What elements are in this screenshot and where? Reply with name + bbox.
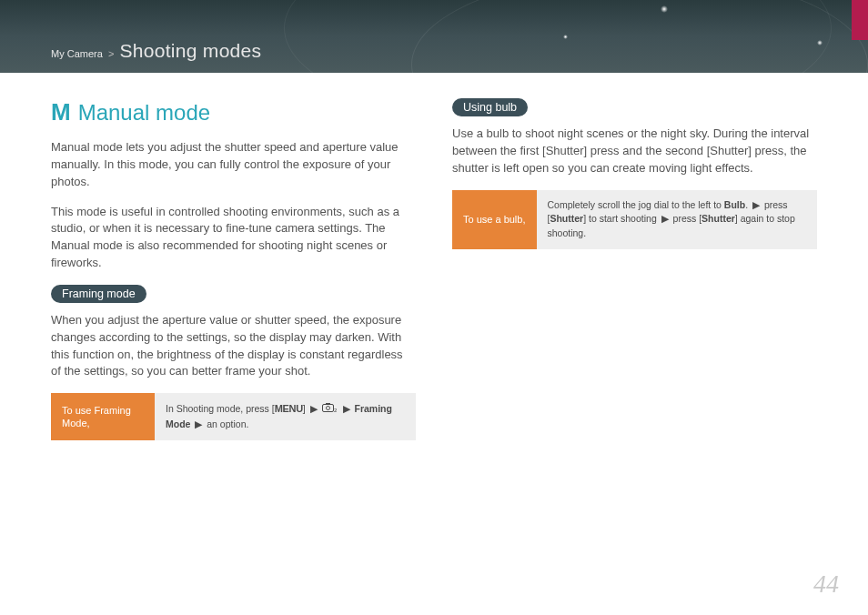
sparkle-decoration bbox=[817, 40, 823, 45]
subheading-using-bulb: Using bulb bbox=[452, 98, 528, 116]
page-number: 44 bbox=[813, 570, 839, 599]
right-column: Using bulb Use a bulb to shoot night sce… bbox=[452, 98, 817, 451]
subheading-framing-mode: Framing mode bbox=[51, 285, 146, 303]
arrow-icon: ▶ bbox=[752, 199, 760, 210]
instruction-framing-mode: To use Framing Mode, In Shooting mode, p… bbox=[51, 393, 416, 439]
page-title: Manual mode bbox=[78, 100, 210, 126]
intro-paragraph-1: Manual mode lets you adjust the shutter … bbox=[51, 139, 416, 191]
breadcrumb: My Camera > Shooting modes bbox=[51, 40, 868, 62]
arrow-icon: ▶ bbox=[343, 403, 350, 414]
sparkle-decoration bbox=[563, 35, 568, 39]
breadcrumb-separator: > bbox=[108, 48, 114, 59]
svg-rect-2 bbox=[326, 403, 330, 405]
header-banner: My Camera > Shooting modes bbox=[0, 0, 868, 73]
mode-m-icon: M bbox=[51, 98, 71, 126]
breadcrumb-parent: My Camera bbox=[51, 48, 103, 59]
instruction-bulb: To use a bulb, Completely scroll the jog… bbox=[452, 190, 817, 249]
camera-sub-icon: 2 bbox=[322, 402, 338, 418]
left-column: M Manual mode Manual mode lets you adjus… bbox=[51, 98, 416, 451]
menu-icon: MENU bbox=[275, 403, 303, 414]
instruction-label: To use a bulb, bbox=[452, 190, 537, 249]
arrow-icon: ▶ bbox=[310, 403, 318, 414]
breadcrumb-title: Shooting modes bbox=[119, 40, 261, 61]
arrow-icon: ▶ bbox=[661, 213, 669, 224]
framing-mode-body: When you adjust the aperture value or sh… bbox=[51, 312, 416, 380]
instruction-body: Completely scroll the jog dial to the le… bbox=[537, 190, 818, 249]
arrow-icon: ▶ bbox=[195, 418, 202, 429]
page-heading: M Manual mode bbox=[51, 98, 416, 126]
content-area: M Manual mode Manual mode lets you adjus… bbox=[0, 73, 868, 451]
instruction-label: To use Framing Mode, bbox=[51, 393, 155, 439]
svg-point-1 bbox=[326, 407, 329, 410]
instruction-body: In Shooting mode, press [MENU] ▶ 2 ▶ Fra… bbox=[155, 393, 416, 439]
sparkle-decoration bbox=[661, 5, 668, 13]
svg-text:2: 2 bbox=[334, 408, 338, 413]
page-tab[interactable] bbox=[852, 0, 868, 40]
svg-rect-0 bbox=[322, 405, 333, 412]
intro-paragraph-2: This mode is useful in controlled shooti… bbox=[51, 204, 416, 272]
using-bulb-body: Use a bulb to shoot night scenes or the … bbox=[452, 126, 817, 177]
